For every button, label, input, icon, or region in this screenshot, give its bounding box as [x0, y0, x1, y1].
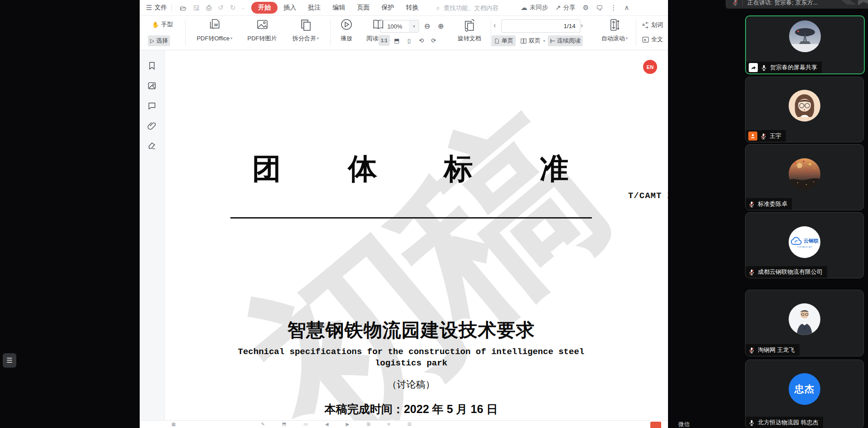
tool-bar: ✋ 手型 ▷ 选择 W PDF转Office▾ PDF转图片 — [140, 16, 668, 50]
word-translate-button[interactable]: a 划词 — [639, 19, 665, 30]
play-icon — [340, 18, 353, 33]
wps-pdf-window: ☰ 文件 🗁 🖫 ⎙ ↺ ↻ ⌄ 开始 插入 批注 编辑 页面 保护 转换 ⌕ … — [140, 0, 668, 428]
redo-icon[interactable]: ↻ — [230, 4, 236, 12]
status-bar: ▦ ✎ ⬒ ▭ ◀ ▶ ⊞ ≡ ⊟ — [140, 420, 668, 428]
status-icon[interactable]: ⊟ — [407, 422, 411, 427]
tab-page[interactable]: 页面 — [351, 4, 375, 12]
participant-tile[interactable]: 王宇 — [745, 77, 864, 142]
status-icon[interactable]: ⊞ — [366, 422, 370, 427]
zoom-level-select[interactable]: 100% ▾ — [380, 20, 419, 33]
feedback-chat-icon[interactable]: 🗨 — [596, 4, 603, 12]
zoom-caret-icon: ▾ — [409, 20, 419, 32]
svg-text:a: a — [642, 22, 644, 26]
company-logo-subtext: YUNGANGLIAN — [797, 246, 812, 248]
hand-tool-button[interactable]: ✋ 手型 — [150, 19, 175, 30]
double-page-button[interactable]: 双页▾ — [518, 35, 547, 46]
comment-icon[interactable] — [147, 101, 156, 110]
mic-on-icon — [748, 419, 755, 426]
single-page-button[interactable]: 单页 — [492, 35, 516, 46]
more-menu-icon[interactable]: ⋮ — [610, 4, 617, 12]
select-tool-button[interactable]: ▷ 选择 — [148, 35, 170, 46]
avatar: 忠杰 — [789, 373, 820, 405]
cloud-sync-icon: ☁ — [521, 4, 527, 12]
rotate-right-icon[interactable]: ⟳ — [428, 35, 439, 46]
auto-scroll-label: 自动滚动 — [601, 35, 625, 42]
continuous-reading-button[interactable]: ⊢ 连续阅读 — [548, 35, 583, 46]
hamburger-menu[interactable]: ☰ 文件 — [146, 4, 167, 12]
pdf-to-image-button[interactable]: PDF转图片 — [241, 18, 283, 43]
auto-scroll-button[interactable]: 自动滚动▾ — [595, 18, 634, 43]
tab-edit[interactable]: 编辑 — [327, 4, 351, 12]
tab-home[interactable]: 开始 — [251, 2, 278, 14]
participant-tile[interactable]: 淘钢网 王龙飞 — [745, 290, 864, 356]
pdf-to-office-label: PDF转Office — [197, 35, 230, 42]
participant-name: 北方恒达物流园 韩忠杰 — [758, 418, 819, 427]
participant-tile[interactable]: 贺宗春的屏幕共享 — [745, 15, 865, 74]
open-folder-icon[interactable]: 🗁 — [180, 4, 186, 12]
status-icon[interactable]: ▶ — [346, 422, 349, 427]
avatar — [789, 90, 820, 122]
attachment-icon[interactable] — [147, 121, 156, 130]
window-fold-icon[interactable] — [841, 0, 856, 6]
settings-gear-icon[interactable]: ⚙ — [583, 4, 589, 12]
sync-status[interactable]: ☁ 未同步 — [521, 4, 548, 12]
split-merge-icon — [299, 18, 312, 33]
play-button[interactable]: 播放 — [334, 18, 359, 43]
pdf-page[interactable]: 初稿 团体标准 T/CAMT XXX-XXXX 智慧钢铁物流园建设技术要求 Te… — [165, 50, 668, 428]
tab-comment[interactable]: 批注 — [302, 4, 327, 12]
collapse-ribbon-icon[interactable]: ∧ — [624, 4, 629, 12]
split-merge-button[interactable]: 拆分合并▾ — [285, 18, 327, 43]
tab-insert[interactable]: 插入 — [278, 4, 302, 12]
participant-tile[interactable]: 标准委陈卓 — [745, 144, 864, 210]
balloons-sunset-photo — [789, 158, 820, 190]
status-icon[interactable]: ▭ — [303, 422, 307, 427]
tab-protect[interactable]: 保护 — [375, 4, 400, 12]
undo-icon[interactable]: ↺ — [218, 4, 224, 12]
previous-page-icon[interactable]: ‹ — [493, 21, 496, 30]
single-page-icon — [494, 38, 500, 44]
full-text-translate-button[interactable]: a 全文 — [639, 34, 665, 45]
mic-muted-icon — [748, 347, 755, 354]
document-title: 智慧钢铁物流园建设技术要求 — [230, 318, 592, 343]
rotate-left-icon[interactable]: ⟲ — [416, 35, 427, 46]
illustrated-woman-photo — [789, 90, 820, 122]
pdf-to-office-button[interactable]: W PDF转Office▾ — [190, 18, 239, 43]
search-input[interactable] — [443, 4, 512, 12]
share-button[interactable]: ↗ 分享 — [556, 4, 576, 12]
file-menu-label: 文件 — [154, 4, 167, 12]
participant-tile[interactable]: 忠杰 北方恒达物流园 韩忠杰 — [745, 360, 864, 428]
page-indicator[interactable]: 1/14 — [501, 19, 580, 33]
print-icon[interactable]: ⎙ — [206, 4, 211, 12]
zoom-in-icon[interactable]: ⊕ — [435, 20, 446, 31]
meeting-dock-widget[interactable]: ☰ — [3, 353, 16, 368]
rotate-document-button[interactable]: 旋转文档 — [452, 18, 487, 43]
fit-page-icon[interactable]: ⬒ — [391, 35, 402, 46]
zoom-out-icon[interactable]: ⊖ — [422, 20, 433, 31]
participant-tile[interactable]: 云钢联 YUNGANGLIAN 成都云钢联物流有限公司 — [745, 212, 864, 278]
save-icon[interactable]: 🖫 — [193, 4, 200, 12]
zoom-level-value: 100% — [380, 23, 409, 30]
image-icon[interactable] — [147, 81, 156, 90]
actual-size-icon[interactable]: 1:1 — [379, 35, 390, 46]
status-icon[interactable]: ▦ — [171, 422, 176, 427]
tab-convert[interactable]: 转换 — [400, 4, 424, 12]
status-icon[interactable]: ≡ — [388, 422, 390, 427]
split-merge-label: 拆分合并 — [293, 35, 316, 42]
status-icon[interactable]: ⬒ — [282, 422, 286, 427]
next-page-icon[interactable]: › — [580, 21, 583, 30]
taskbar-app-icon[interactable] — [650, 422, 661, 428]
floating-badge-icon[interactable]: EN — [643, 60, 657, 74]
fit-width-icon[interactable]: ▯ — [404, 35, 414, 46]
wechat-window-title[interactable]: 微信 — [678, 421, 690, 428]
status-icon[interactable]: ◀ — [325, 422, 329, 427]
cloud-logo-icon — [790, 237, 802, 246]
more-actions-caret-icon[interactable]: ⌄ — [242, 5, 245, 10]
mic-muted-icon — [732, 0, 739, 6]
status-icon[interactable]: ✎ — [261, 422, 264, 427]
avatar: 云钢联 YUNGANGLIAN — [789, 226, 820, 258]
search-box[interactable]: ⌕ — [436, 4, 512, 12]
bookmark-icon[interactable] — [147, 61, 156, 70]
document-title-en-line2: logistics park — [230, 358, 592, 368]
window-fold-icon[interactable] — [858, 0, 868, 6]
signature-pen-icon[interactable] — [147, 141, 156, 150]
